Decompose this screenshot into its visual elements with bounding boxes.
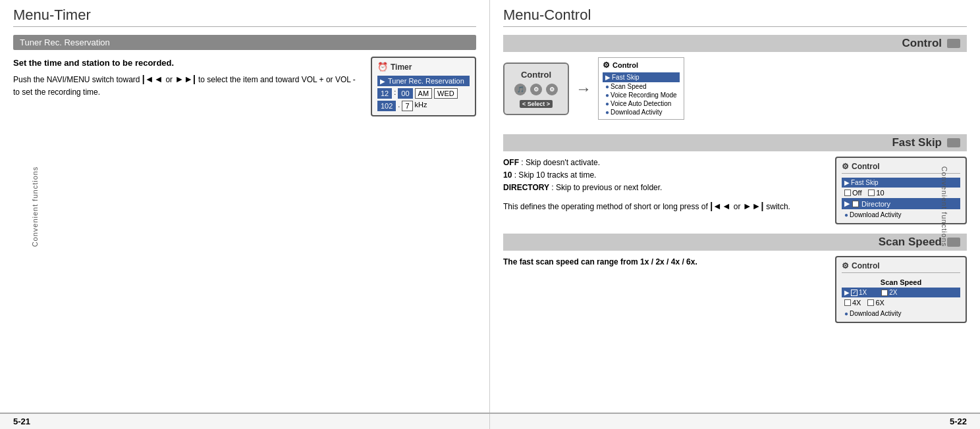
menu-download-activity-item: ● Download Activity (603, 108, 680, 116)
device-icons: 🎵 ⚙ ⚙ (514, 84, 558, 95)
footer-right-page: 5-22 (490, 414, 980, 429)
1x-checkbox: ✓ (851, 290, 858, 296)
menu-voice-auto-item: ● Voice Auto Detection (603, 99, 680, 108)
gear-icon-2: ⚙ (842, 162, 849, 171)
left-subsection-label: Tuner Rec. Reservation (20, 38, 110, 47)
gear-icon-3: ⚙ (842, 261, 849, 270)
scan-speed-section: Scan Speed The fast scan speed can range… (503, 234, 967, 323)
dir-checkbox: ✓ (852, 201, 859, 207)
fast-skip-ten: 10 : Skip 10 tracks at time. (503, 169, 822, 182)
time-display-row: 12 : 00 AM WED (377, 88, 470, 99)
control-illustration: Control 🎵 ⚙ ⚙ < Select > → ⚙ (503, 57, 684, 120)
clock-icon: ⏰ (377, 62, 388, 72)
fast-skip-paragraph: This defines the operating method of sho… (503, 199, 822, 213)
left-subsection-bar: Tuner Rec. Reservation (13, 35, 476, 50)
gear-icon: ⚙ (603, 61, 610, 70)
timer-reservation-row: ▶ Tuner Rec. Reservation (377, 76, 470, 86)
menu-voice-recording-item: ● Voice Recording Mode (603, 91, 680, 99)
control-menu-panel: ⚙ Control ▶ Fast Skip ● Scan Speed ● (598, 57, 684, 120)
speed-6x-item: 6X (867, 299, 884, 307)
control-device: Control 🎵 ⚙ ⚙ < Select > (503, 63, 569, 115)
left-section-title: Menu-Timer (13, 7, 476, 27)
timer-content: Set the time and station to be recorded.… (13, 57, 476, 116)
speed-4x-6x-row: 4X 6X (842, 297, 960, 308)
freq-display-row: 102 . 7 kHz (377, 101, 470, 111)
speed-4x-item: 4X (844, 299, 861, 307)
scan-speed-header-label: Scan Speed (879, 236, 942, 249)
control-section-header: Control (503, 35, 967, 52)
2x-checkbox (881, 290, 888, 296)
right-side-label: Convenient functions (941, 166, 949, 247)
fast-skip-content: OFF : Skip doesn't activate. 10 : Skip 1… (503, 157, 967, 224)
scan-speed-ctrl-header: ⚙ Control (842, 261, 960, 273)
timer-ui-mockup: ⏰ Timer ▶ Tuner Rec. Reservation 12 : 00… (371, 57, 476, 116)
4x-checkbox (844, 299, 851, 306)
timer-header: ⏰ Timer (377, 62, 470, 72)
device-btn-1: 🎵 (514, 84, 526, 95)
right-section-title: Menu-Control (503, 7, 967, 27)
fast-skip-section: Fast Skip OFF : Skip doesn't activate. 1… (503, 134, 967, 224)
scan-speed-ui: ⚙ Control Scan Speed ▶ ✓ 1X 2X (835, 256, 967, 323)
timer-paragraph: Push the NAVI/MENU switch toward |◄◄ or … (13, 72, 358, 98)
fast-skip-header: Fast Skip (503, 134, 967, 151)
scan-speed-text: The fast scan speed can range from 1x / … (503, 256, 822, 268)
off-checkbox-box (844, 189, 851, 196)
arrow-right-icon: → (576, 80, 591, 98)
scan-speed-title: Scan Speed (842, 277, 960, 288)
timer-bold-title: Set the time and station to be recorded. (13, 57, 358, 70)
fast-skip-directory: DIRECTORY : Skip to previous or next fol… (503, 182, 822, 194)
fast-skip-off: OFF : Skip doesn't activate. (503, 157, 822, 169)
footer: 5-21 5-22 (0, 413, 980, 429)
footer-left-page: 5-21 (0, 414, 490, 429)
menu-fast-skip-item: ▶ Fast Skip (603, 72, 680, 82)
scan-speed-content: The fast scan speed can range from 1x / … (503, 256, 967, 323)
scan-speed-header: Scan Speed (503, 234, 967, 251)
speed-2x-item: 2X (881, 289, 897, 296)
timer-text: Set the time and station to be recorded.… (13, 57, 358, 98)
ss-download-activity: ● Download Activity (842, 309, 960, 318)
fast-skip-text: OFF : Skip doesn't activate. 10 : Skip 1… (503, 157, 822, 213)
device-btn-2: ⚙ (530, 84, 542, 95)
speed-1x-active: ▶ ✓ 1X 2X (842, 288, 960, 297)
6x-checkbox (867, 299, 874, 306)
control-header-label: Control (902, 37, 942, 50)
fast-skip-header-label: Fast Skip (892, 136, 942, 149)
control-section: Control Control 🎵 ⚙ ⚙ < Select > (503, 35, 967, 125)
menu-scan-speed-item: ● Scan Speed (603, 82, 680, 91)
select-btn: < Select > (520, 100, 553, 108)
fs-ten-checkbox: 10 (868, 189, 884, 197)
left-side-label: Convenient functions (31, 166, 39, 247)
scan-speed-description: The fast scan speed can range from 1x / … (503, 256, 822, 268)
fs-off-checkbox: Off (844, 189, 861, 197)
control-section-content: Control 🎵 ⚙ ⚙ < Select > → ⚙ (503, 57, 967, 125)
ten-checkbox-box (868, 189, 875, 196)
device-btn-3: ⚙ (546, 84, 558, 95)
